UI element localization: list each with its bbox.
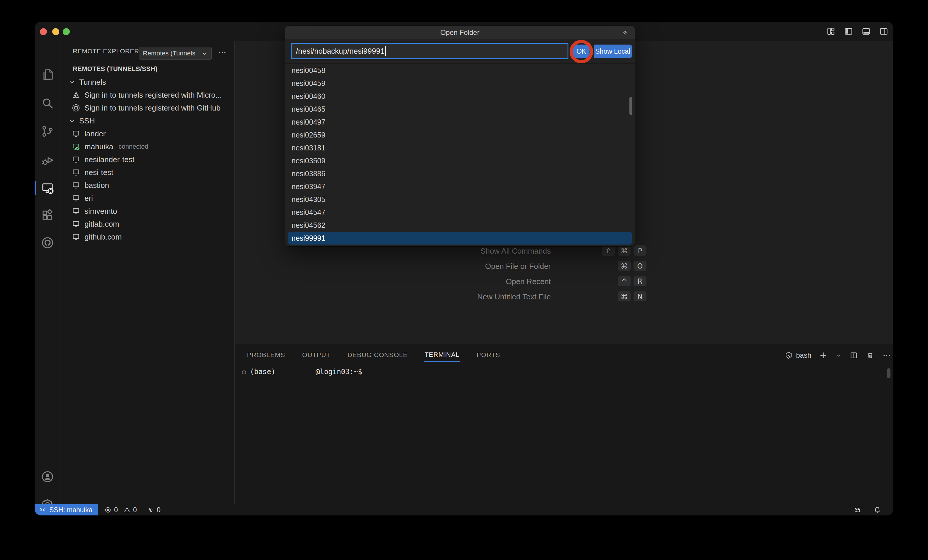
list-item[interactable]: nesi03181 xyxy=(285,141,635,154)
extensions-icon[interactable] xyxy=(40,208,55,222)
tree-item-label: Sign in to tunnels registered with Micro… xyxy=(84,91,222,100)
list-item[interactable]: nesi04305 xyxy=(285,193,635,206)
remotes-type-dropdown[interactable]: Remotes (Tunnels xyxy=(139,47,212,60)
list-item[interactable]: nesi04547 xyxy=(285,206,635,219)
keycap-letter: N xyxy=(633,291,646,302)
keycap-cmd: ⌘ xyxy=(618,291,630,302)
list-item[interactable]: nesi02659 xyxy=(285,128,635,141)
accounts-icon[interactable] xyxy=(40,470,55,484)
new-terminal-icon[interactable] xyxy=(819,351,828,360)
toggle-panel-icon[interactable] xyxy=(861,26,871,37)
remote-explorer-icon[interactable] xyxy=(40,181,55,195)
tree-item-label: simvemto xyxy=(84,207,117,216)
panel-more-actions-icon[interactable] xyxy=(882,351,891,360)
tree-item-bastion[interactable]: bastion xyxy=(72,179,232,192)
list-item[interactable]: nesi00459 xyxy=(285,77,635,90)
minimize-window-button[interactable] xyxy=(52,28,59,35)
ports-status[interactable]: 0 xyxy=(147,504,161,516)
list-item[interactable]: nesi00460 xyxy=(285,90,635,102)
explorer-icon[interactable] xyxy=(40,68,55,82)
tree-item-label: Sign in to tunnels registered with GitHu… xyxy=(84,104,221,113)
list-scrollbar-thumb[interactable] xyxy=(629,97,632,115)
list-item[interactable]: nesi00497 xyxy=(285,116,635,128)
tree-group-label: SSH xyxy=(79,116,95,125)
error-count: 0 xyxy=(114,506,118,514)
run-debug-icon[interactable] xyxy=(40,153,55,167)
open-folder-dialog: Open Folder /nesi/nobackup/nesi99991 OK … xyxy=(285,26,635,246)
tree-item-mahuika[interactable]: mahuika connected xyxy=(72,140,232,153)
split-terminal-icon[interactable] xyxy=(849,351,858,360)
terminal-shell-selector[interactable]: bash xyxy=(784,351,811,360)
keycap-letter: P xyxy=(633,246,646,256)
launch-profile-chevron-icon[interactable] xyxy=(835,351,842,360)
chevron-down-icon xyxy=(68,117,76,125)
list-item-selected[interactable]: nesi99991 xyxy=(288,232,632,244)
tree-group-ssh[interactable]: SSH xyxy=(68,114,232,127)
terminal-scrollbar-thumb[interactable] xyxy=(887,368,890,378)
tree-item-nesi-test[interactable]: nesi-test xyxy=(72,166,232,179)
keycap-cmd: ⌘ xyxy=(618,246,630,256)
notifications-bell-icon[interactable] xyxy=(873,505,882,514)
watermark-command-label: Open File or Folder xyxy=(328,262,551,271)
toggle-secondary-sidebar-icon[interactable] xyxy=(879,26,889,37)
activity-bar xyxy=(35,41,60,504)
close-window-button[interactable] xyxy=(40,28,47,35)
zoom-window-button[interactable] xyxy=(63,28,70,35)
screencast-eye-icon[interactable] xyxy=(621,29,629,37)
terminal-toolbar: bash xyxy=(784,349,893,362)
watermark-row: Open File or Folder ⌘O xyxy=(328,260,646,273)
list-item[interactable]: nesi00458 xyxy=(285,64,635,77)
tree-item-lander[interactable]: lander xyxy=(72,127,232,140)
panel-tab-bar: PROBLEMS OUTPUT DEBUG CONSOLE TERMINAL P… xyxy=(246,347,501,363)
tree-item-eri[interactable]: eri xyxy=(72,192,232,204)
tree-item-signin-github[interactable]: Sign in to tunnels registered with GitHu… xyxy=(72,101,232,114)
watermark-row: New Untitled Text File ⌘N xyxy=(328,290,646,303)
list-item[interactable]: nesi03886 xyxy=(285,167,635,180)
github-view-icon[interactable] xyxy=(40,236,55,250)
remotes-section-header[interactable]: REMOTES (TUNNELS/SSH) xyxy=(73,65,157,73)
tree-item-simvemto[interactable]: simvemto xyxy=(72,204,232,218)
chevron-down-icon xyxy=(68,78,76,86)
connection-status-badge: connected xyxy=(119,143,148,150)
kill-terminal-trash-icon[interactable] xyxy=(866,351,875,360)
problems-status[interactable]: 0 0 xyxy=(104,504,137,516)
list-item[interactable]: nesi04562 xyxy=(285,219,635,232)
status-bar: SSH: mahuika 0 0 0 xyxy=(35,504,893,516)
folder-path-input[interactable]: /nesi/nobackup/nesi99991 xyxy=(291,43,568,59)
tree-group-tunnels[interactable]: Tunnels xyxy=(68,76,232,89)
copilot-icon[interactable] xyxy=(853,505,862,514)
tab-ports[interactable]: PORTS xyxy=(476,349,501,361)
show-local-button[interactable]: Show Local xyxy=(594,44,632,58)
list-item[interactable]: nesi03947 xyxy=(285,180,635,193)
tab-terminal[interactable]: TERMINAL xyxy=(424,349,460,362)
vm-icon xyxy=(72,181,80,190)
vm-icon xyxy=(72,194,80,203)
github-icon xyxy=(72,104,80,112)
terminal-prompt-host[interactable]: @login03:~$ xyxy=(316,368,362,376)
tree-item-gitlab[interactable]: gitlab.com xyxy=(72,218,232,230)
list-item[interactable]: nesi00465 xyxy=(285,102,635,116)
radio-tower-icon xyxy=(147,506,154,514)
more-actions-icon[interactable] xyxy=(217,46,227,59)
tree-item-label: eri xyxy=(84,194,93,203)
toggle-primary-sidebar-icon[interactable] xyxy=(844,26,853,37)
keycap-cmd: ⌘ xyxy=(618,261,630,272)
tree-group-label: Tunnels xyxy=(79,78,106,87)
azure-icon xyxy=(72,91,80,99)
tab-output[interactable]: OUTPUT xyxy=(302,349,331,361)
vm-icon xyxy=(72,168,80,177)
tree-item-signin-microsoft[interactable]: Sign in to tunnels registered with Micro… xyxy=(72,89,232,101)
vm-connected-icon xyxy=(72,142,80,151)
customize-layout-icon[interactable] xyxy=(826,26,836,37)
source-control-icon[interactable] xyxy=(40,124,55,138)
tab-debug-console[interactable]: DEBUG CONSOLE xyxy=(347,349,408,361)
tree-item-label: lander xyxy=(84,129,105,138)
terminal-command-decoration-icon xyxy=(241,369,247,375)
list-item[interactable]: nesi03509 xyxy=(285,154,635,167)
tree-item-nesilander-test[interactable]: nesilander-test xyxy=(72,153,232,166)
tree-item-github-com[interactable]: github.com xyxy=(72,230,232,243)
remote-indicator[interactable]: SSH: mahuika xyxy=(35,504,98,516)
tab-problems[interactable]: PROBLEMS xyxy=(246,349,286,361)
search-icon[interactable] xyxy=(40,96,55,110)
keycap-letter: R xyxy=(633,276,646,287)
